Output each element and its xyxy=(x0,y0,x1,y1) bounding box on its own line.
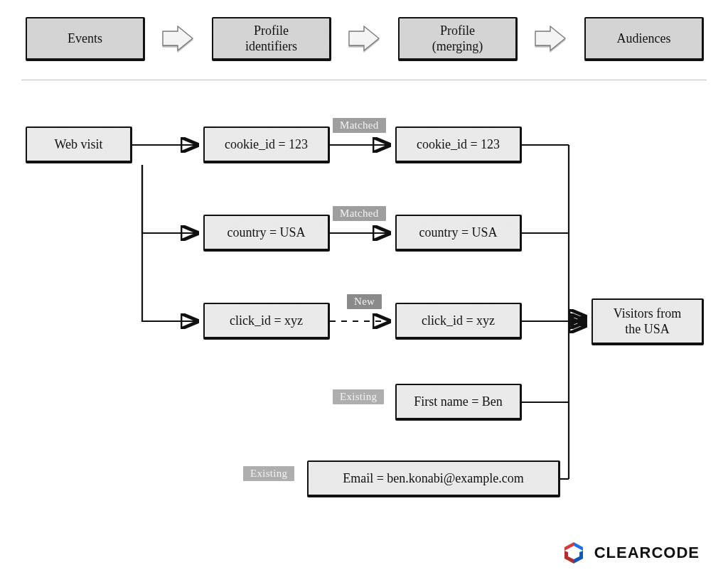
chevron-icon xyxy=(348,26,380,51)
header-audiences-label: Audiences xyxy=(617,31,671,47)
header-identifiers: Profile identifiers xyxy=(212,17,331,61)
audience-usa-label: Visitors from the USA xyxy=(614,306,681,338)
tag-existing-2: Existing xyxy=(243,466,294,481)
brand-logo: CLEARCODE xyxy=(562,541,700,565)
chevron-icon xyxy=(535,26,566,51)
svg-marker-2 xyxy=(535,26,565,50)
profile-first-name: First name = Ben xyxy=(395,384,522,421)
chevron-icon xyxy=(162,26,193,51)
header-merging: Profile (merging) xyxy=(398,17,518,61)
tag-matched-2: Matched xyxy=(333,206,386,221)
brand-name: CLEARCODE xyxy=(594,544,700,562)
header-audiences: Audiences xyxy=(584,17,704,61)
divider xyxy=(21,80,707,80)
svg-marker-0 xyxy=(163,26,193,50)
svg-marker-1 xyxy=(349,26,379,50)
tag-matched-1: Matched xyxy=(333,118,386,133)
header-merging-label: Profile (merging) xyxy=(432,23,483,55)
clearcode-mark-icon xyxy=(562,541,586,565)
profile-country-label: country = USA xyxy=(419,225,497,241)
audience-usa: Visitors from the USA xyxy=(592,298,704,345)
profile-email: Email = ben.konabi@example.com xyxy=(307,460,560,497)
profile-country: country = USA xyxy=(395,215,522,252)
header-events: Events xyxy=(26,17,145,61)
profile-click-label: click_id = xyz xyxy=(422,313,495,329)
header-events-label: Events xyxy=(68,31,102,47)
profile-email-label: Email = ben.konabi@example.com xyxy=(343,470,524,487)
identifier-click: click_id = xyz xyxy=(203,303,330,340)
identifier-click-label: click_id = xyz xyxy=(230,313,303,329)
event-web-visit-label: Web visit xyxy=(54,136,102,153)
profile-cookie: cookie_id = 123 xyxy=(395,126,522,163)
profile-first-name-label: First name = Ben xyxy=(414,394,503,410)
profile-click: click_id = xyz xyxy=(395,303,522,340)
header-identifiers-label: Profile identifiers xyxy=(245,23,297,55)
profile-cookie-label: cookie_id = 123 xyxy=(417,136,500,153)
identifier-country-label: country = USA xyxy=(227,225,305,241)
tag-new: New xyxy=(347,294,382,309)
identifier-cookie-label: cookie_id = 123 xyxy=(225,136,308,153)
tag-existing-1: Existing xyxy=(333,389,384,404)
identifier-country: country = USA xyxy=(203,215,330,252)
event-web-visit: Web visit xyxy=(26,126,132,163)
identifier-cookie: cookie_id = 123 xyxy=(203,126,330,163)
